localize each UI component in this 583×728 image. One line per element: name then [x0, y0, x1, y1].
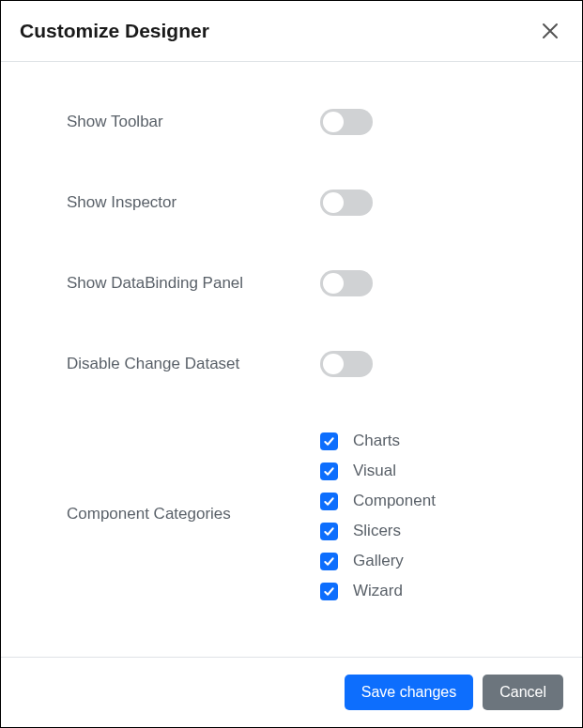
dialog-footer: Save changes Cancel: [1, 657, 582, 727]
row-disable-dataset: Disable Change Dataset: [67, 351, 526, 377]
row-component-categories: Component Categories Charts Visual: [67, 432, 526, 600]
checkbox-component[interactable]: [320, 493, 338, 510]
label-show-inspector: Show Inspector: [67, 193, 320, 212]
checkbox-label-slicers: Slicers: [353, 522, 401, 540]
label-show-databinding: Show DataBinding Panel: [67, 274, 320, 293]
close-icon: [542, 23, 559, 39]
label-show-toolbar: Show Toolbar: [67, 113, 320, 131]
check-icon: [323, 585, 335, 598]
row-show-inspector: Show Inspector: [67, 190, 526, 216]
dialog-body: Show Toolbar Show Inspector Show DataBin…: [1, 62, 582, 657]
check-icon: [323, 525, 335, 538]
customize-designer-dialog: Customize Designer Show Toolbar Show Ins…: [0, 0, 583, 728]
toggle-disable-dataset[interactable]: [320, 351, 373, 377]
label-disable-dataset: Disable Change Dataset: [67, 355, 320, 373]
checkbox-label-gallery: Gallery: [353, 552, 404, 570]
checkbox-gallery[interactable]: [320, 553, 338, 570]
row-show-databinding: Show DataBinding Panel: [67, 270, 526, 296]
category-checklist: Charts Visual Component: [320, 432, 526, 600]
row-show-toolbar: Show Toolbar: [67, 109, 526, 135]
check-icon: [323, 495, 335, 508]
dialog-title: Customize Designer: [20, 20, 209, 42]
check-item-slicers: Slicers: [320, 522, 526, 540]
save-button[interactable]: Save changes: [345, 675, 473, 710]
check-item-visual: Visual: [320, 462, 526, 480]
checkbox-slicers[interactable]: [320, 523, 338, 540]
toggle-show-databinding[interactable]: [320, 270, 373, 296]
checkbox-label-visual: Visual: [353, 462, 396, 480]
check-icon: [323, 555, 335, 568]
toggle-show-inspector[interactable]: [320, 190, 373, 216]
checkbox-charts[interactable]: [320, 432, 338, 450]
label-component-categories: Component Categories: [67, 432, 320, 523]
check-item-component: Component: [320, 492, 526, 510]
toggle-show-toolbar[interactable]: [320, 109, 373, 135]
cancel-button[interactable]: Cancel: [483, 675, 563, 710]
checkbox-label-charts: Charts: [353, 432, 400, 450]
checkbox-visual[interactable]: [320, 463, 338, 480]
check-item-charts: Charts: [320, 432, 526, 450]
check-icon: [323, 465, 335, 478]
checkbox-label-component: Component: [353, 492, 436, 510]
check-icon: [323, 435, 335, 447]
close-button[interactable]: [537, 18, 563, 44]
check-item-wizard: Wizard: [320, 582, 526, 600]
dialog-header: Customize Designer: [1, 1, 582, 62]
checkbox-wizard[interactable]: [320, 583, 338, 600]
checkbox-label-wizard: Wizard: [353, 582, 403, 600]
check-item-gallery: Gallery: [320, 552, 526, 570]
